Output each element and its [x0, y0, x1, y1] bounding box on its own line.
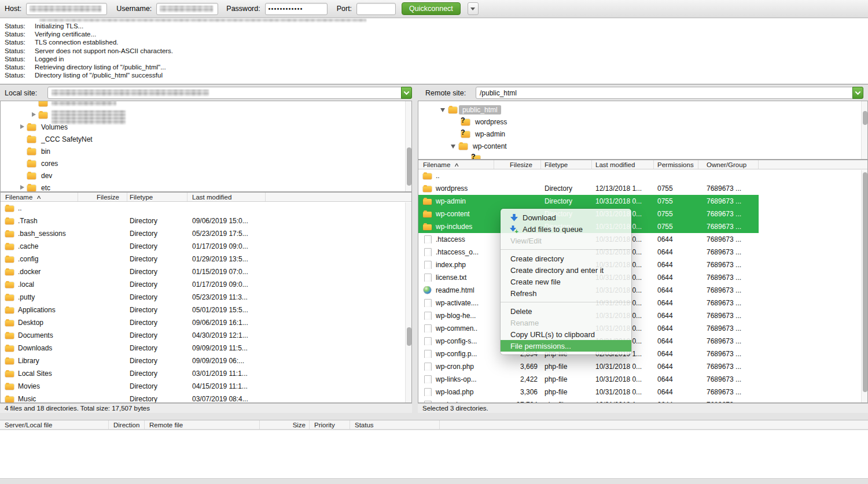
file-row[interactable]: wp-cron.php 3,669 php-file 10/31/2018 0.… [418, 360, 759, 373]
redacted-folder-item[interactable] [1, 101, 411, 109]
menu-item[interactable]: File permissions... [501, 340, 631, 352]
scrollbar-thumb[interactable] [407, 147, 411, 186]
file-type: Directory [127, 395, 187, 402]
column-header[interactable]: Filename ∧ [1, 193, 78, 201]
menu-item[interactable] [501, 249, 631, 250]
expand-arrow-icon[interactable] [18, 135, 27, 143]
file-row[interactable]: wordpress Directory 12/13/2018 1... 0755… [418, 182, 759, 195]
tree-item[interactable]: _CCC SafetyNet [1, 133, 411, 145]
menu-item[interactable]: Add files to queue [501, 223, 631, 235]
menu-item-label: Create directory and enter it [510, 266, 604, 275]
file-icon [5, 204, 14, 212]
file-row[interactable]: wp-load.php 3,306 php-file 10/31/2018 0.… [418, 386, 759, 398]
expand-arrow-icon[interactable] [18, 184, 27, 192]
quickconnect-dropdown-button[interactable] [468, 2, 479, 15]
file-row[interactable]: Library Directory 09/09/2019 06:... [1, 354, 411, 367]
host-input[interactable] [26, 3, 107, 15]
menu-item[interactable]: Create new file [501, 276, 631, 287]
expand-arrow-icon[interactable] [439, 106, 448, 114]
file-row[interactable]: .docker Directory 01/15/2019 07:0... [1, 265, 411, 278]
menu-item[interactable] [501, 302, 631, 302]
combo-dropdown-button[interactable] [852, 87, 863, 99]
username-input[interactable] [156, 3, 218, 15]
scrollbar-thumb[interactable] [863, 172, 867, 392]
column-header[interactable]: Filename ∧ [418, 160, 494, 169]
file-row[interactable]: Movies Directory 04/15/2019 11:1... [1, 380, 411, 393]
column-header[interactable]: Status [350, 420, 440, 429]
expand-arrow-icon[interactable] [18, 172, 27, 180]
file-modified: 01/15/2019 07:0... [187, 268, 266, 276]
file-row[interactable]: Music Directory 03/07/2019 08:4... [1, 393, 411, 402]
file-row[interactable]: Applications Directory 05/01/2019 15:5..… [1, 304, 411, 316]
expand-arrow-icon[interactable] [450, 142, 459, 150]
remote-tree-scrollbar[interactable] [861, 101, 867, 159]
quickconnect-button[interactable]: Quickconnect [402, 2, 461, 15]
expand-arrow-icon[interactable] [18, 123, 27, 131]
menu-item[interactable]: View/Edit [501, 235, 631, 246]
column-header[interactable]: Filetype [541, 160, 592, 169]
redacted-folder-item[interactable] [1, 109, 411, 121]
expand-arrow-icon[interactable] [30, 111, 39, 119]
password-input[interactable]: •••••••••••• [265, 3, 328, 15]
local-site-combo[interactable] [47, 87, 412, 99]
local-list-scrollbar[interactable] [405, 202, 411, 402]
file-row[interactable]: Local Sites Directory 03/01/2019 11:1... [1, 367, 411, 380]
column-header[interactable]: Filesize [78, 193, 127, 201]
file-row[interactable]: .cache Directory 01/17/2019 09:0... [1, 240, 411, 253]
file-row[interactable]: wp-links-op... 2,422 php-file 10/31/2018… [418, 373, 759, 386]
local-tree-scrollbar[interactable] [405, 101, 411, 191]
tree-item[interactable]: wp-content [418, 140, 867, 152]
file-row[interactable]: .. [418, 169, 759, 182]
tree-item[interactable]: wp-admin [418, 128, 867, 140]
tree-item[interactable]: dev [1, 169, 411, 182]
file-row[interactable]: Desktop Directory 09/06/2019 16:1... [1, 316, 411, 329]
file-row[interactable]: wp-admin Directory 10/31/2018 0... 0755 … [418, 195, 759, 208]
scrollbar-thumb[interactable] [407, 327, 411, 346]
file-row[interactable]: Downloads Directory 09/09/2019 11:5... [1, 342, 411, 354]
tree-item[interactable] [418, 152, 867, 160]
file-row[interactable]: .config Directory 01/29/2019 13:5... [1, 253, 411, 265]
column-header[interactable]: Server/Local file [0, 420, 109, 429]
column-header[interactable]: Direction [109, 420, 145, 429]
port-input[interactable] [356, 3, 396, 15]
menu-item[interactable]: Delete [501, 305, 631, 317]
menu-item[interactable]: Refresh [501, 287, 631, 299]
tree-item[interactable]: public_html [418, 104, 867, 116]
tree-item[interactable]: bin [1, 145, 411, 157]
file-icon [423, 337, 432, 345]
column-header[interactable]: Last modified [187, 193, 266, 201]
column-header[interactable]: Permissions [654, 160, 698, 169]
file-row[interactable]: .. [1, 202, 411, 215]
scrollbar-thumb[interactable] [863, 111, 867, 125]
tree-item[interactable]: wordpress [418, 116, 867, 128]
file-row[interactable]: Documents Directory 04/30/2019 12:1... [1, 329, 411, 342]
column-header[interactable]: Remote file [145, 420, 260, 429]
menu-item[interactable]: Download [501, 212, 631, 223]
file-row[interactable]: wp-login.p... 37,794 php-file 10/31/2018… [418, 398, 759, 402]
menu-item[interactable]: Rename [501, 317, 631, 328]
expand-arrow-icon[interactable] [18, 147, 27, 156]
column-header[interactable]: Priority [310, 420, 350, 429]
file-name: wp-cron.php [436, 363, 474, 371]
file-row[interactable]: .Trash Directory 09/06/2019 15:0... [1, 215, 411, 227]
menu-item[interactable]: Create directory [501, 253, 631, 264]
file-row[interactable]: .bash_sessions Directory 05/23/2019 17:5… [1, 227, 411, 240]
tree-item[interactable]: cores [1, 157, 411, 169]
column-header[interactable]: Owner/Group [698, 160, 759, 169]
column-header[interactable]: Last modified [592, 160, 654, 169]
file-row[interactable]: .local Directory 01/17/2019 09:0... [1, 278, 411, 291]
column-header[interactable]: Size [260, 420, 310, 429]
file-row[interactable]: .putty Directory 05/23/2019 11:3... [1, 291, 411, 304]
column-header[interactable]: Filetype [127, 193, 187, 201]
tree-item[interactable]: etc [1, 182, 411, 192]
column-header[interactable]: Filesize [494, 160, 541, 169]
expand-arrow-icon[interactable] [462, 154, 472, 160]
menu-item[interactable]: Copy URL(s) to clipboard [501, 328, 631, 340]
remote-list-scrollbar[interactable] [861, 170, 867, 402]
combo-dropdown-button[interactable] [401, 87, 412, 99]
expand-arrow-icon[interactable] [452, 130, 461, 138]
expand-arrow-icon[interactable] [452, 118, 461, 126]
remote-site-combo[interactable]: /public_html [476, 87, 863, 99]
expand-arrow-icon[interactable] [18, 160, 27, 168]
menu-item[interactable]: Create directory and enter it [501, 264, 631, 276]
